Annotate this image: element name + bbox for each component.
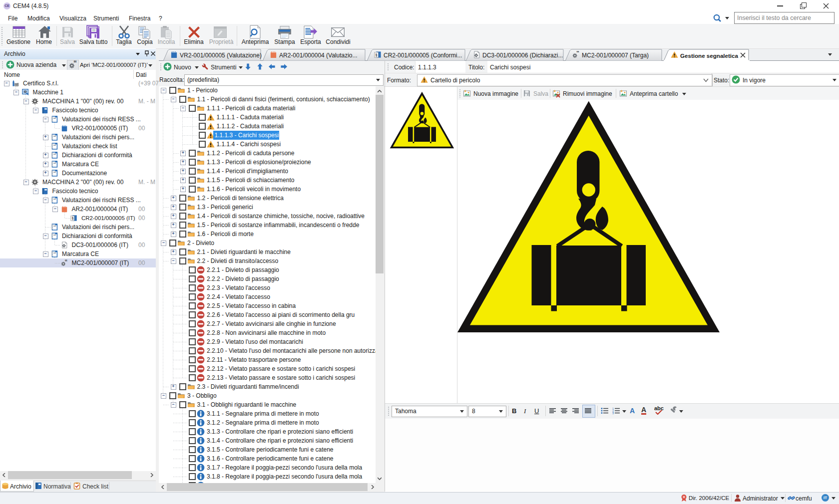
svg-text:3: 3: [612, 412, 614, 414]
